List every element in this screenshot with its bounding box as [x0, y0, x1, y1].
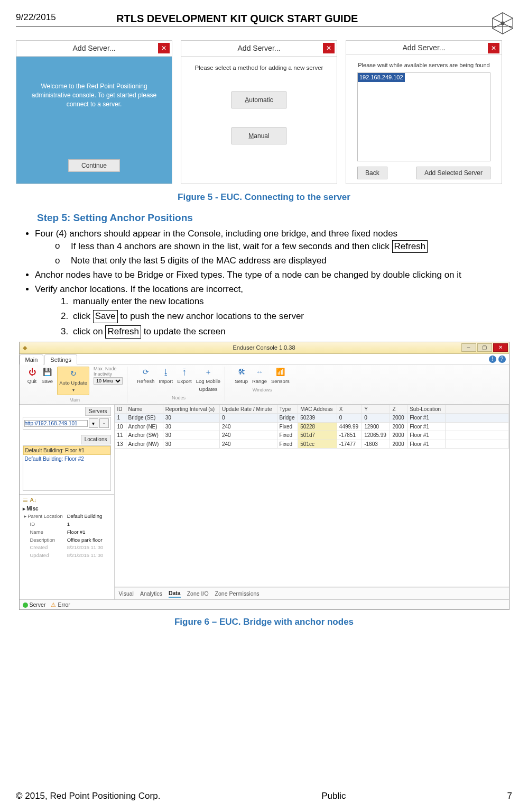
- max-node-select[interactable]: 10 Minu: [94, 377, 123, 385]
- server-dropdown-button[interactable]: ▾: [89, 418, 98, 428]
- refresh-button[interactable]: ⟳Refresh: [137, 367, 154, 385]
- maximize-icon[interactable]: ▢: [477, 343, 492, 352]
- ribbon-group-label: Windows: [253, 387, 272, 393]
- close-icon[interactable]: ✕: [323, 43, 335, 53]
- tab-main[interactable]: Main: [20, 354, 44, 364]
- help-icon[interactable]: ?: [498, 355, 506, 363]
- auto-update-button[interactable]: ↻Auto Update▾: [57, 367, 89, 395]
- found-server-ip[interactable]: 192.168.249.102: [358, 73, 405, 82]
- figure-5-caption: Figure 5 - EUC. Connecting to the server: [16, 191, 512, 204]
- server-disconnect-button[interactable]: ◦: [99, 418, 109, 428]
- servers-box: ▾ ◦: [23, 417, 111, 430]
- dialog-titlebar: Add Server... ✕: [181, 41, 337, 57]
- server-url-input[interactable]: [24, 420, 88, 427]
- log-mobile-updates-button[interactable]: ＋Log MobileUpdates: [196, 367, 220, 393]
- ribbon-tabs: Main Settings ! ?: [20, 354, 509, 364]
- side-panel: Servers ▾ ◦ Locations Default Building: …: [20, 405, 115, 599]
- chevron-down-icon: ▾: [72, 388, 75, 394]
- location-item-floor1[interactable]: Default Building: Floor #1: [23, 446, 110, 455]
- enduser-console-window: ◆ Enduser Console 1.0.38 – ▢ ✕ Main Sett…: [19, 342, 510, 610]
- welcome-message: Welcome to the Red Point Positioning adm…: [21, 61, 168, 108]
- subtab-zone-permissions[interactable]: Zone Permissions: [215, 590, 260, 597]
- back-button[interactable]: Back: [357, 167, 387, 179]
- subtab-data[interactable]: Data: [169, 589, 181, 598]
- table-row[interactable]: 11Anchor (SW)30240Fixed501d7-1785112065.…: [115, 431, 508, 440]
- minimize-icon[interactable]: –: [461, 343, 476, 352]
- continue-button[interactable]: Continue: [68, 159, 120, 172]
- refresh-keyword: Refresh: [392, 240, 428, 253]
- import-button[interactable]: ⭳Import: [159, 367, 173, 385]
- manual-button[interactable]: Manual: [231, 127, 286, 144]
- window-titlebar: ◆ Enduser Console 1.0.38 – ▢ ✕: [20, 342, 509, 354]
- footer-page-number: 7: [507, 790, 512, 802]
- refresh-icon: ↻: [68, 368, 79, 379]
- document-footer: © 2015, Red Point Positioning Corp. Publ…: [16, 790, 512, 802]
- quit-icon: ⏻: [27, 367, 38, 377]
- close-icon[interactable]: ✕: [493, 343, 508, 352]
- table-row[interactable]: 13Anchor (NW)30240Fixed501cc-17477-16032…: [115, 440, 508, 449]
- location-item-floor2[interactable]: Default Building: Floor #2: [23, 455, 110, 463]
- ribbon-group-main: ⏻Quit 💾Save ↻Auto Update▾ Max. Node Inac…: [23, 367, 127, 403]
- table-row[interactable]: 1Bridge (SE)300Bridge50239002000Floor #1: [115, 414, 508, 423]
- status-bar: Server ⚠Error: [20, 599, 509, 609]
- close-icon[interactable]: ✕: [158, 43, 170, 53]
- step-enter-locations: manually enter the new locations: [71, 296, 512, 308]
- locations-list[interactable]: Default Building: Floor #1 Default Build…: [23, 445, 111, 491]
- quit-button[interactable]: ⏻Quit: [27, 367, 38, 385]
- refresh-icon: ⟳: [141, 367, 151, 377]
- sub-bullet-mac-digits: Note that only the last 5 digits of the …: [55, 255, 512, 267]
- document-date: 9/22/2015: [16, 12, 106, 24]
- subtab-analytics[interactable]: Analytics: [140, 590, 162, 597]
- step-5-bullets: Four (4) anchors should appear in the Co…: [35, 228, 512, 339]
- table-row[interactable]: 10Anchor (NE)30240Fixed502284499.9912900…: [115, 422, 508, 431]
- dialog-titlebar: Add Server... ✕: [346, 41, 502, 55]
- sub-bullet-refresh: If less than 4 anchors are shown in the …: [55, 240, 512, 253]
- dialog-titlebar: Add Server... ✕: [16, 41, 172, 57]
- close-icon[interactable]: ✕: [488, 43, 499, 53]
- add-server-dialog-found: Add Server... ✕ Please wait while availa…: [346, 40, 502, 184]
- setup-button[interactable]: 🛠Setup: [235, 367, 248, 385]
- bullet-anchors-appear: Four (4) anchors should appear in the Co…: [35, 228, 512, 268]
- sort-icon[interactable]: ☰: [23, 496, 28, 504]
- footer-copyright: © 2015, Red Point Positioning Corp.: [16, 790, 160, 802]
- import-icon: ⭳: [161, 367, 171, 377]
- dialog-body: Please select a method for adding a new …: [181, 57, 337, 184]
- server-list[interactable]: 192.168.249.102: [357, 72, 490, 161]
- server-status: Server: [23, 601, 46, 608]
- ribbon-group-label: Nodes: [172, 395, 186, 401]
- step-click-save: click Save to push the new anchor locati…: [71, 310, 512, 323]
- export-button[interactable]: ⭱Export: [177, 367, 191, 385]
- document-title: RTLS DEVELOPMENT KIT QUICK START GUIDE: [106, 12, 512, 26]
- data-subtabs: Visual Analytics Data Zone I/O Zone Perm…: [115, 587, 509, 599]
- add-server-dialog-method: Add Server... ✕ Please select a method f…: [181, 40, 337, 184]
- footer-classification: Public: [321, 790, 346, 802]
- sensors-button[interactable]: 📶Sensors: [271, 367, 290, 385]
- add-selected-server-button[interactable]: Add Selected Server: [416, 167, 490, 179]
- step-5-heading: Step 5: Setting Anchor Positions: [37, 211, 512, 225]
- step-click-refresh: click on Refresh to update the screen: [71, 325, 512, 339]
- add-server-dialog-welcome: Add Server... ✕ Welcome to the Red Point…: [16, 40, 172, 184]
- ribbon-group-label: Main: [69, 397, 80, 403]
- tab-settings[interactable]: Settings: [44, 354, 77, 364]
- window-title: Enduser Console 1.0.38: [233, 344, 295, 352]
- subtab-zone-io[interactable]: Zone I/O: [187, 590, 209, 597]
- bullet-node-types: Anchor nodes have to be Bridge or Fixed …: [35, 269, 512, 281]
- info-icon[interactable]: !: [489, 355, 496, 363]
- svg-point-4: [501, 22, 504, 25]
- plus-icon: ＋: [203, 367, 214, 377]
- dialog-body: Please wait while available servers are …: [346, 55, 502, 184]
- range-icon: ↔: [254, 367, 265, 377]
- method-prompt: Please select a method for adding a new …: [195, 64, 323, 72]
- nodes-table[interactable]: ID Name Reporting Interval (s) Update Ra…: [115, 405, 509, 449]
- range-button[interactable]: ↔Range: [252, 367, 267, 385]
- data-panel: ID Name Reporting Interval (s) Update Ra…: [115, 405, 509, 599]
- subtab-visual[interactable]: Visual: [119, 590, 134, 597]
- export-icon: ⭱: [179, 367, 190, 377]
- automatic-button[interactable]: Automatic: [231, 92, 286, 108]
- hexagon-logo-icon: [490, 11, 515, 40]
- properties-panel: ☰A↓ ▸ Misc ▸ Parent LocationDefault Buil…: [20, 494, 114, 599]
- save-button[interactable]: 💾Save: [42, 367, 53, 385]
- dialog-title: Add Server...: [73, 43, 116, 53]
- sort-az-icon[interactable]: A↓: [30, 496, 37, 504]
- ribbon-group-nodes: ⟳Refresh ⭳Import ⭱Export ＋Log MobileUpda…: [133, 367, 225, 401]
